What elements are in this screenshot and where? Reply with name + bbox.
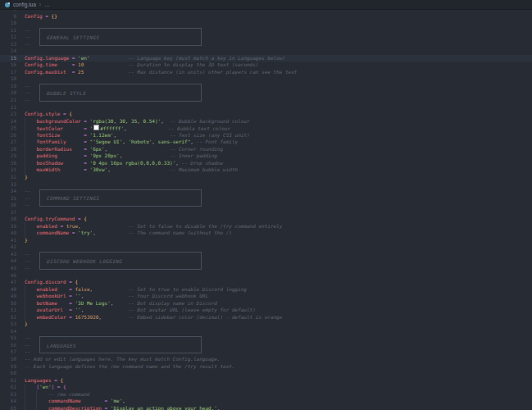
code-line[interactable]: 25 textColor = '#ffffff', -- Bubble text… [0, 125, 532, 132]
line-number[interactable]: 28 [0, 146, 16, 153]
code-line[interactable]: 14 [0, 48, 532, 55]
code-line[interactable]: 15Config.language = 'en' -- Language key… [0, 55, 532, 62]
breadcrumb[interactable]: config.lua › … [0, 0, 532, 10]
code-text[interactable]: -- /me command [25, 391, 89, 399]
line-number[interactable]: 64 [0, 398, 16, 405]
code-line[interactable]: 23Config.style = { [0, 111, 532, 118]
breadcrumb-file[interactable]: config.lua [13, 2, 36, 7]
line-number[interactable]: 63 [0, 391, 16, 399]
code-text[interactable]: webhookUrl = '', -- Your Discord webhook… [25, 293, 208, 300]
code-line[interactable]: 51 avatarUrl = '', -- Bot avatar URL (le… [0, 307, 532, 314]
code-line[interactable]: 27 fontFamily = "'Segoe UI', 'Roboto', s… [0, 139, 532, 146]
code-line[interactable]: 50 botName = '3D Me Logs', -- Bot displa… [0, 300, 532, 308]
code-text[interactable]: maxWidth = '30vw', -- Maximum bubble wid… [25, 166, 238, 174]
code-line[interactable]: 16Config.time = 10 -- Duration to displa… [0, 61, 532, 69]
line-number[interactable]: 39 [0, 223, 16, 230]
code-text[interactable]: -- Each language defines the /me command… [25, 363, 234, 371]
line-number[interactable]: 58 [0, 356, 16, 363]
code-text[interactable]: enabled = false, -- Set to true to enabl… [25, 286, 247, 294]
line-number[interactable]: 52 [0, 314, 16, 321]
line-number[interactable]: 65 [0, 405, 16, 410]
code-text[interactable]: botName = '3D Me Logs', -- Bot display n… [25, 300, 217, 308]
code-text[interactable]: Config.style = { [25, 111, 72, 118]
code-line[interactable]: 42 [0, 244, 532, 251]
code-line[interactable]: 38Config.tryCommand = { [0, 216, 532, 223]
line-number[interactable]: 9 [0, 13, 16, 20]
line-number[interactable]: 56 [0, 342, 16, 349]
code-line[interactable]: 22 [0, 104, 532, 112]
code-line[interactable]: 30 boxShadow = '0 4px 16px rgba(0,0,0,0.… [0, 160, 532, 167]
code-text[interactable]: Config.discord = { [25, 279, 78, 286]
code-line[interactable]: 37 [0, 209, 532, 216]
line-number[interactable]: 21 [0, 97, 16, 104]
line-number[interactable]: 43 [0, 251, 16, 258]
code-text[interactable]: -- [25, 41, 30, 48]
line-number[interactable]: 32 [0, 174, 16, 181]
line-number[interactable]: 10 [0, 20, 16, 27]
line-number[interactable]: 48 [0, 286, 16, 294]
line-number[interactable]: 45 [0, 265, 16, 272]
line-number[interactable]: 14 [0, 48, 16, 55]
line-number[interactable]: 34 [0, 188, 16, 195]
code-text[interactable]: -- [25, 335, 30, 342]
code-line[interactable]: 28 borderRadius = '6px', -- Corner round… [0, 146, 532, 153]
line-number[interactable]: 24 [0, 118, 16, 125]
code-line[interactable]: 49 webhookUrl = '', -- Your Discord webh… [0, 293, 532, 300]
code-text[interactable]: -- [25, 202, 30, 209]
code-text[interactable]: -- [25, 251, 30, 258]
code-text[interactable]: Config.time = 10 -- Duration to display … [25, 61, 258, 69]
code-line[interactable]: 60 [0, 370, 532, 377]
code-text[interactable]: Languages = { [25, 377, 63, 385]
line-number[interactable]: 36 [0, 202, 16, 209]
code-line[interactable]: 17Config.maxDist = 25 -- Max distance (i… [0, 69, 532, 76]
line-number[interactable]: 40 [0, 230, 16, 237]
code-line[interactable]: 59-- Each language defines the /me comma… [0, 363, 532, 371]
code-text[interactable]: -- [25, 83, 30, 90]
line-number[interactable]: 46 [0, 272, 16, 280]
code-text[interactable]: Config = {} [25, 13, 57, 20]
code-text[interactable]: -- [25, 348, 30, 356]
line-number[interactable]: 50 [0, 300, 16, 308]
line-number[interactable]: 42 [0, 244, 16, 251]
code-text[interactable]: borderRadius = '6px', -- Corner rounding [25, 146, 223, 153]
code-text[interactable]: backgroundColor = 'rgba(30, 30, 35, 0.54… [25, 118, 250, 125]
line-number[interactable]: 54 [0, 328, 16, 335]
code-text[interactable]: -- [25, 34, 30, 41]
line-number[interactable]: 11 [0, 27, 16, 34]
line-number[interactable]: 35 [0, 195, 16, 203]
code-text[interactable]: Config.tryCommand = { [25, 216, 87, 223]
code-line[interactable]: 47Config.discord = { [0, 279, 532, 286]
line-number[interactable]: 33 [0, 181, 16, 189]
line-number[interactable]: 16 [0, 61, 16, 69]
line-number[interactable]: 30 [0, 160, 16, 167]
line-number[interactable]: 25 [0, 125, 16, 132]
code-text[interactable]: -- [25, 89, 30, 97]
line-number[interactable]: 61 [0, 377, 16, 385]
code-text[interactable]: -- [25, 97, 30, 104]
code-text[interactable]: enabled = true, -- Set to false to disab… [25, 223, 282, 230]
code-line[interactable]: 41} [0, 237, 532, 244]
code-line[interactable]: 64 commandName = 'me', [0, 398, 532, 405]
line-number[interactable]: 17 [0, 69, 16, 76]
code-line[interactable]: 24 backgroundColor = 'rgba(30, 30, 35, 0… [0, 118, 532, 125]
code-text[interactable]: -- [25, 27, 30, 34]
code-text[interactable]: Config.maxDist = 25 -- Max distance (in … [25, 69, 297, 76]
code-line[interactable]: 61Languages = { [0, 377, 532, 385]
line-number[interactable]: 23 [0, 111, 16, 118]
code-text[interactable]: embedColor = 16753920, -- Embed sidebar … [25, 314, 282, 321]
line-number[interactable]: 60 [0, 370, 16, 377]
code-text[interactable]: -- [25, 265, 30, 272]
line-number[interactable]: 44 [0, 257, 16, 265]
code-text[interactable]: Config.language = 'en' -- Language key (… [25, 55, 285, 62]
line-number[interactable]: 55 [0, 335, 16, 342]
code-line[interactable]: 48 enabled = false, -- Set to true to en… [0, 286, 532, 294]
code-text[interactable]: } [25, 321, 28, 328]
line-number[interactable]: 38 [0, 216, 16, 223]
code-line[interactable]: 53} [0, 321, 532, 328]
code-text[interactable]: avatarUrl = '', -- Bot avatar URL (leave… [25, 307, 256, 314]
code-line[interactable]: 65 commandDescription = 'Display an acti… [0, 405, 532, 410]
code-line[interactable]: 63 -- /me command [0, 391, 532, 399]
line-number[interactable]: 47 [0, 279, 16, 286]
code-line[interactable]: 58-- Add or edit languages here. The key… [0, 356, 532, 363]
code-line[interactable]: 26 fontSize = '1.12em', -- Text size (an… [0, 132, 532, 139]
